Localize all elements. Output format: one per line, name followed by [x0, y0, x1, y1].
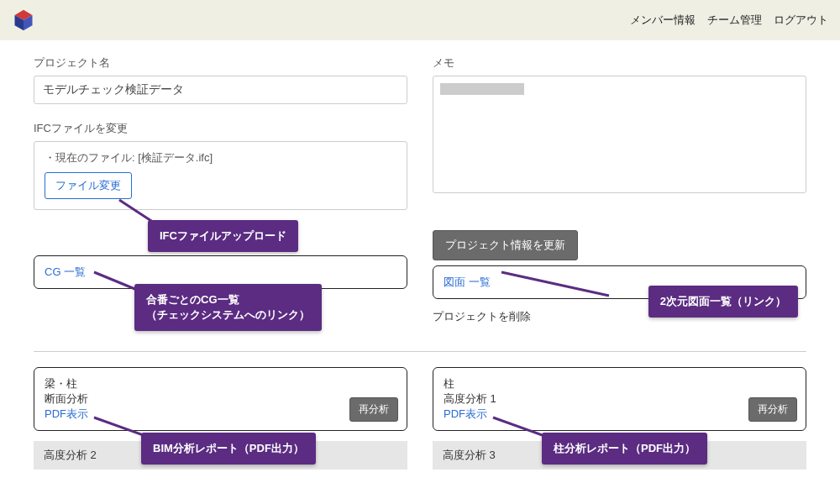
project-name-input[interactable] [34, 76, 407, 104]
column-card: 柱 高度分析 1 PDF表示 再分析 [433, 367, 806, 431]
callout-drawing: 2次元図面一覧（リンク） [648, 286, 798, 318]
memo-label: メモ [433, 55, 806, 71]
topbar: メンバー情報 チーム管理 ログアウト [0, 0, 840, 40]
nav-members[interactable]: メンバー情報 [630, 13, 696, 28]
nav-team[interactable]: チーム管理 [707, 13, 762, 28]
card-subtitle: 高度分析 1 [444, 391, 795, 407]
current-file-text: ・現在のファイル: [検証データ.ifc] [45, 150, 396, 165]
callout-column: 柱分析レポート（PDF出力） [542, 433, 707, 465]
reanalyze-button-left[interactable]: 再分析 [349, 397, 398, 422]
svg-line-2 [501, 272, 609, 296]
top-nav: メンバー情報 チーム管理 ログアウト [630, 13, 828, 28]
memo-placeholder [440, 83, 524, 95]
update-project-button[interactable]: プロジェクト情報を更新 [433, 230, 578, 260]
pdf-link-right[interactable]: PDF表示 [444, 407, 487, 420]
reanalyze-button-right[interactable]: 再分析 [748, 397, 797, 422]
card-title: 梁・柱 [45, 376, 396, 391]
cg-list-link[interactable]: CG 一覧 [45, 265, 86, 278]
drawing-list-link[interactable]: 図面 一覧 [444, 276, 491, 288]
project-name-label: プロジェクト名 [34, 55, 407, 71]
delete-project-button[interactable]: プロジェクトを削除 [433, 304, 531, 329]
card-title: 柱 [444, 376, 795, 391]
callout-upload: IFCファイルアップロード [148, 220, 298, 252]
callout-bim: BIM分析レポート（PDF出力） [141, 433, 316, 465]
section-divider [34, 351, 806, 352]
pdf-link-left[interactable]: PDF表示 [45, 407, 88, 420]
ifc-file-box: ・現在のファイル: [検証データ.ifc] ファイル変更 [34, 141, 407, 210]
beam-column-card: 梁・柱 断面分析 PDF表示 再分析 [34, 367, 407, 431]
memo-textarea[interactable] [433, 76, 806, 193]
callout-cg: 合番ごとのCG一覧 （チェックシステムへのリンク） [134, 284, 322, 331]
nav-logout[interactable]: ログアウト [774, 13, 828, 28]
app-logo-icon [12, 8, 35, 32]
ifc-change-label: IFCファイルを変更 [34, 121, 407, 136]
card-subtitle: 断面分析 [45, 391, 396, 407]
change-file-button[interactable]: ファイル変更 [45, 172, 132, 199]
